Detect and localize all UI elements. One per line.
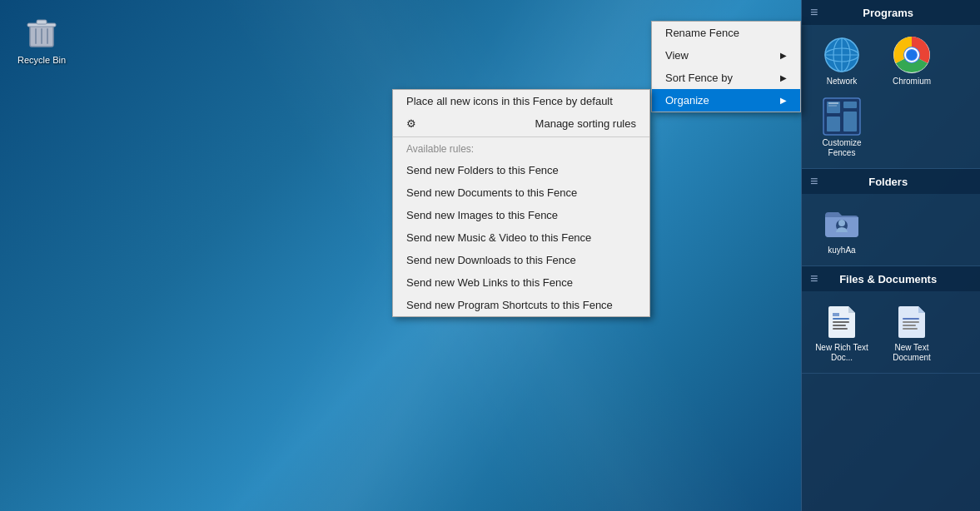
fence-files-title: Files & Documents [839, 273, 937, 285]
recycle-bin-label: Recycle Bin [17, 55, 66, 66]
recycle-bin-image [22, 12, 62, 52]
submenu-rule-images[interactable]: Send new Images to this Fence [393, 204, 649, 226]
submenu-rule-music[interactable]: Send new Music & Video to this Fence [393, 226, 649, 249]
fence-folders-grid: kuyhAa [802, 194, 980, 265]
fence-icon-rtf[interactable]: New Rich Text Doc... [808, 298, 875, 366]
submenu-rule-folders[interactable]: Send new Folders to this Fence [393, 159, 649, 181]
fence-icon-network[interactable]: Network [808, 32, 875, 90]
recycle-bin-icon[interactable]: Recycle Bin [8, 8, 75, 69]
submenu-rule-documents[interactable]: Send new Documents to this Fence [393, 181, 649, 204]
fence-files-menu[interactable]: ≡ [810, 271, 818, 286]
menu-item-organize[interactable]: Organize ▶ Place all new icons in this F… [652, 89, 800, 112]
svg-rect-25 [833, 321, 849, 323]
svg-rect-30 [903, 321, 919, 323]
fence-folders-menu[interactable]: ≡ [810, 174, 818, 189]
menu-item-sort[interactable]: Sort Fence by ▶ [652, 67, 800, 89]
customize-fences-label: Customize Fences [812, 138, 872, 158]
fence-files: ≡ Files & Documents [802, 266, 980, 374]
svg-rect-2 [37, 20, 47, 24]
fence-folders-header[interactable]: ≡ Folders [802, 169, 980, 194]
submenu-place-all[interactable]: Place all new icons in this Fence by def… [393, 90, 649, 112]
fence-programs-header[interactable]: ≡ Programs [802, 0, 980, 25]
fence-programs-grid: Network [802, 25, 980, 168]
submenu-rule-weblinks[interactable]: Send new Web Links to this Fence [393, 271, 649, 294]
fence-icon-chromium[interactable]: Chromium [878, 32, 945, 90]
chromium-icon [892, 35, 932, 75]
txt-file-icon [892, 301, 932, 341]
submenu-section-label: Available rules: [393, 139, 649, 159]
fence-context-menu: Rename Fence View ▶ Sort Fence by ▶ Orga… [651, 21, 801, 112]
fence-files-grid: New Rich Text Doc... New [802, 291, 980, 373]
chromium-label: Chromium [893, 77, 931, 87]
svg-rect-27 [833, 328, 848, 330]
sort-arrow: ▶ [780, 73, 787, 82]
kuyhaa-folder-icon [822, 204, 862, 244]
fence-folders: ≡ Folders ku [802, 169, 980, 266]
menu-item-view[interactable]: View ▶ [652, 44, 800, 67]
rtf-file-icon [822, 301, 862, 341]
svg-rect-29 [903, 318, 919, 320]
svg-rect-26 [833, 325, 846, 326]
fence-folders-title: Folders [868, 176, 908, 188]
svg-rect-31 [903, 325, 916, 326]
txt-label: New Text Document [882, 343, 942, 363]
submenu-manage-sorting[interactable]: ⚙ Manage sorting rules [393, 112, 649, 135]
view-arrow: ▶ [780, 51, 787, 60]
fence-programs: ≡ Programs Network [802, 0, 980, 169]
customize-fences-icon [822, 97, 862, 136]
fences-panel: ≡ Programs Network [801, 0, 980, 511]
svg-rect-18 [827, 117, 840, 131]
svg-rect-28 [833, 313, 839, 316]
submenu-separator [393, 136, 649, 137]
svg-rect-32 [903, 328, 918, 330]
rtf-label: New Rich Text Doc... [812, 343, 872, 363]
fence-programs-title: Programs [863, 7, 913, 19]
gear-icon: ⚙ [406, 117, 416, 130]
network-icon [822, 35, 862, 75]
organize-submenu: Place all new icons in this Fence by def… [392, 89, 650, 317]
fence-icon-customize[interactable]: Customize Fences [808, 93, 875, 161]
fence-programs-menu[interactable]: ≡ [810, 5, 818, 20]
fence-files-header[interactable]: ≡ Files & Documents [802, 266, 980, 291]
fence-icon-kuyhaa[interactable]: kuyhAa [808, 201, 875, 259]
desktop: Recycle Bin kuyhaa-android19 ≡ Programs [0, 0, 980, 511]
network-label: Network [827, 77, 858, 87]
menu-item-rename[interactable]: Rename Fence [652, 22, 800, 44]
submenu-rule-downloads[interactable]: Send new Downloads to this Fence [393, 249, 649, 271]
submenu-rule-shortcuts[interactable]: Send new Program Shortcuts to this Fence [393, 294, 649, 316]
fence-icon-txt[interactable]: New Text Document [878, 298, 945, 366]
svg-rect-24 [833, 318, 849, 320]
svg-point-23 [838, 220, 845, 226]
svg-rect-19 [843, 112, 857, 131]
kuyhaa-label: kuyhAa [828, 246, 855, 256]
svg-point-14 [907, 50, 917, 60]
svg-rect-17 [843, 102, 857, 108]
organize-arrow: ▶ [780, 96, 787, 105]
